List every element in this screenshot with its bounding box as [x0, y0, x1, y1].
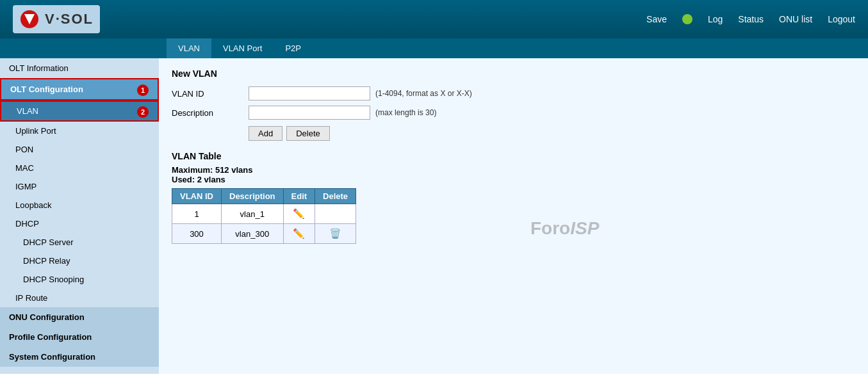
sidebar-item-onu-configuration[interactable]: ONU Configuration — [0, 307, 159, 327]
description-row: Description (max length is 30) — [172, 106, 855, 120]
logout-button[interactable]: Logout — [828, 14, 855, 24]
vsol-logo-icon — [19, 9, 40, 29]
delete-button-row2[interactable]: 🗑️ — [328, 227, 343, 241]
edit-cell[interactable]: ✏️ — [283, 224, 315, 244]
sidebar-item-vlan[interactable]: VLAN 2 — [0, 100, 159, 122]
vlan-id-label: VLAN ID — [172, 89, 249, 99]
edit-cell[interactable]: ✏️ — [283, 204, 315, 224]
sidebar-item-loopback[interactable]: Loopback — [0, 196, 159, 214]
header: V·SOL Save Log Status ONU list Logout — [0, 0, 868, 38]
status-dot — [682, 14, 692, 24]
edit-icon: ✏️ — [293, 208, 305, 219]
header-right: Save Log Status ONU list Logout — [646, 14, 855, 24]
tab-bar: VLAN VLAN Port P2P — [0, 38, 868, 58]
vlan-id-row: VLAN ID (1-4094, format as X or X-X) — [172, 86, 855, 100]
sidebar-item-olt-configuration[interactable]: OLT Configuration 1 — [0, 78, 159, 100]
logo-area: V·SOL — [13, 5, 167, 33]
col-edit: Edit — [283, 189, 315, 204]
badge-2: 2 — [137, 106, 149, 118]
max-vlans: Maximum: 512 vlans — [172, 165, 855, 175]
edit-button-row1[interactable]: ✏️ — [291, 207, 306, 221]
sidebar-item-dhcp-server[interactable]: DHCP Server — [0, 233, 159, 252]
sidebar-item-mac[interactable]: MAC — [0, 159, 159, 177]
sidebar-item-dhcp-snooping[interactable]: DHCP Snooping — [0, 270, 159, 289]
edit-button-row2[interactable]: ✏️ — [291, 227, 306, 241]
sidebar-item-system-configuration[interactable]: System Configuration — [0, 347, 159, 367]
col-delete: Delete — [315, 189, 356, 204]
sidebar-item-ip-route[interactable]: IP Route — [0, 289, 159, 307]
table-row: 1 vlan_1 ✏️ — [172, 204, 356, 224]
layout: OLT Information OLT Configuration 1 VLAN… — [0, 58, 868, 374]
delete-cell — [315, 204, 356, 224]
table-header-row: VLAN ID Description Edit Delete — [172, 189, 356, 204]
badge-1: 1 — [137, 84, 149, 96]
sidebar-item-olt-information[interactable]: OLT Information — [0, 58, 159, 78]
delete-icon: 🗑️ — [329, 228, 341, 239]
logo-text: V·SOL — [45, 11, 94, 28]
logo-background: V·SOL — [13, 5, 100, 33]
tab-vlan[interactable]: VLAN — [167, 38, 211, 58]
main-content: New VLAN VLAN ID (1-4094, format as X or… — [159, 58, 868, 254]
onu-list-button[interactable]: ONU list — [779, 14, 812, 24]
description-input[interactable] — [249, 106, 370, 120]
tab-vlan-port[interactable]: VLAN Port — [211, 38, 274, 58]
edit-icon: ✏️ — [293, 228, 305, 239]
sidebar-item-pon[interactable]: PON — [0, 140, 159, 159]
new-vlan-title: New VLAN — [172, 68, 855, 79]
sidebar-item-uplink-port[interactable]: Uplink Port — [0, 122, 159, 140]
used-vlans: Used: 2 vlans — [172, 175, 855, 184]
col-description: Description — [222, 189, 284, 204]
vlan-id-cell: 300 — [172, 224, 222, 244]
sidebar-item-igmp[interactable]: IGMP — [0, 177, 159, 196]
vlan-id-hint: (1-4094, format as X or X-X) — [375, 89, 472, 98]
log-button[interactable]: Log — [708, 14, 723, 24]
delete-button[interactable]: Delete — [286, 126, 330, 141]
sidebar-item-dhcp[interactable]: DHCP — [0, 214, 159, 233]
col-vlan-id: VLAN ID — [172, 189, 222, 204]
save-button[interactable]: Save — [646, 14, 667, 24]
description-label: Description — [172, 108, 249, 118]
vlan-table-title: VLAN Table — [172, 151, 855, 161]
table-row: 300 vlan_300 ✏️ 🗑️ — [172, 224, 356, 244]
vlan-id-input[interactable] — [249, 86, 370, 100]
status-button[interactable]: Status — [738, 14, 764, 24]
sidebar: OLT Information OLT Configuration 1 VLAN… — [0, 58, 159, 374]
vlan-stats: Maximum: 512 vlans Used: 2 vlans — [172, 165, 855, 184]
sidebar-item-dhcp-relay[interactable]: DHCP Relay — [0, 252, 159, 270]
sidebar-item-profile-configuration[interactable]: Profile Configuration — [0, 327, 159, 347]
vlan-table: VLAN ID Description Edit Delete 1 vlan_1… — [172, 188, 356, 244]
action-buttons: Add Delete — [249, 126, 855, 141]
add-button[interactable]: Add — [249, 126, 283, 141]
delete-cell[interactable]: 🗑️ — [315, 224, 356, 244]
description-hint: (max length is 30) — [375, 108, 436, 117]
vlan-id-cell: 1 — [172, 204, 222, 224]
tab-p2p[interactable]: P2P — [274, 38, 313, 58]
description-cell: vlan_300 — [222, 224, 284, 244]
description-cell: vlan_1 — [222, 204, 284, 224]
